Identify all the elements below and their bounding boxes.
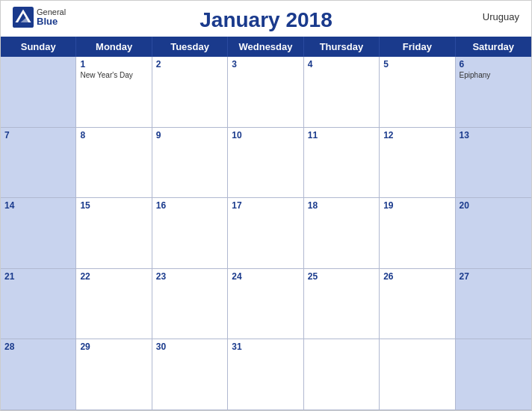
cell-day-number: 23 — [156, 271, 223, 282]
calendar-cell: 29 — [76, 339, 152, 410]
calendar-cell: 3 — [228, 57, 303, 128]
calendar-cell — [456, 339, 531, 410]
calendar-cell: 21 — [1, 269, 76, 340]
cell-day-number: 2 — [156, 59, 223, 69]
day-thursday: Thursday — [304, 37, 380, 57]
cell-day-number: 27 — [460, 271, 528, 282]
calendar-cell: 14 — [1, 198, 76, 269]
calendar-cell: 1New Year's Day — [76, 57, 152, 128]
logo-text: General Blue — [37, 7, 66, 27]
calendar-cell: 24 — [228, 269, 303, 340]
calendar-header: General Blue January 2018 Uruguay — [1, 1, 531, 37]
cell-event-label: New Year's Day — [80, 71, 147, 79]
calendar-cell: 26 — [380, 269, 455, 340]
calendar-cell: 13 — [456, 128, 531, 199]
cell-event-label: Epiphany — [460, 71, 528, 79]
cell-day-number: 21 — [4, 271, 72, 282]
logo-icon — [13, 7, 34, 28]
cell-day-number: 30 — [156, 342, 223, 352]
cell-day-number: 3 — [232, 59, 299, 69]
cell-day-number: 11 — [308, 130, 375, 140]
calendar-cell: 16 — [152, 198, 228, 269]
cell-day-number: 13 — [460, 130, 528, 140]
calendar-cell: 10 — [228, 128, 303, 199]
day-saturday: Saturday — [456, 37, 531, 57]
day-monday: Monday — [76, 37, 152, 57]
calendar-cell: 25 — [304, 269, 380, 340]
cell-day-number: 25 — [308, 271, 375, 282]
calendar-cell: 2 — [152, 57, 228, 128]
calendar: General Blue January 2018 Uruguay Sunday… — [0, 0, 532, 411]
cell-day-number: 26 — [383, 271, 451, 282]
cell-day-number: 10 — [232, 130, 299, 140]
day-tuesday: Tuesday — [152, 37, 228, 57]
day-friday: Friday — [380, 37, 455, 57]
cell-day-number: 4 — [308, 59, 375, 69]
calendar-cell: 18 — [304, 198, 380, 269]
calendar-cell: 9 — [152, 128, 228, 199]
cell-day-number: 16 — [156, 200, 223, 211]
cell-day-number: 9 — [156, 130, 223, 140]
calendar-cell: 11 — [304, 128, 380, 199]
calendar-cell: 7 — [1, 128, 76, 199]
calendar-cell — [380, 339, 455, 410]
calendar-cell: 15 — [76, 198, 152, 269]
cell-day-number: 29 — [80, 342, 147, 352]
calendar-cell: 19 — [380, 198, 455, 269]
calendar-cell — [304, 339, 380, 410]
day-sunday: Sunday — [1, 37, 76, 57]
cell-day-number: 8 — [80, 130, 147, 140]
logo-blue-text: Blue — [37, 16, 66, 27]
logo: General Blue — [13, 7, 66, 28]
calendar-cell: 23 — [152, 269, 228, 340]
cell-day-number: 20 — [460, 200, 528, 211]
cell-day-number: 31 — [232, 342, 299, 352]
calendar-cell: 6Epiphany — [456, 57, 531, 128]
cell-day-number: 28 — [4, 342, 72, 352]
calendar-grid: 1New Year's Day23456Epiphany789101112131… — [1, 57, 531, 410]
cell-day-number: 12 — [383, 130, 451, 140]
cell-day-number: 1 — [80, 59, 147, 69]
cell-day-number: 19 — [383, 200, 451, 211]
country-label: Uruguay — [483, 11, 519, 22]
cell-day-number: 24 — [232, 271, 299, 282]
cell-day-number: 7 — [4, 130, 72, 140]
cell-day-number: 14 — [4, 200, 72, 211]
calendar-cell: 22 — [76, 269, 152, 340]
cell-day-number: 5 — [383, 59, 451, 69]
calendar-cell: 27 — [456, 269, 531, 340]
calendar-cell: 5 — [380, 57, 455, 128]
calendar-cell: 4 — [304, 57, 380, 128]
cell-day-number: 6 — [460, 59, 528, 69]
calendar-cell: 31 — [228, 339, 303, 410]
day-wednesday: Wednesday — [228, 37, 303, 57]
cell-day-number: 22 — [80, 271, 147, 282]
calendar-cell — [1, 57, 76, 128]
cell-day-number: 18 — [308, 200, 375, 211]
calendar-cell: 28 — [1, 339, 76, 410]
cell-day-number: 17 — [232, 200, 299, 211]
calendar-cell: 17 — [228, 198, 303, 269]
calendar-cell: 8 — [76, 128, 152, 199]
calendar-cell: 12 — [380, 128, 455, 199]
calendar-cell: 20 — [456, 198, 531, 269]
calendar-title: January 2018 — [200, 8, 332, 32]
day-headers: Sunday Monday Tuesday Wednesday Thursday… — [1, 37, 531, 57]
cell-day-number: 15 — [80, 200, 147, 211]
calendar-cell: 30 — [152, 339, 228, 410]
